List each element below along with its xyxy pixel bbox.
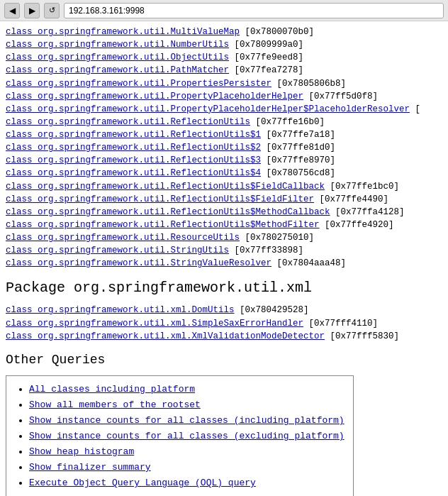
refresh-button[interactable]: ↺ — [44, 3, 60, 18]
xml-class-item: class org.springframework.util.xml.DomUt… — [6, 304, 442, 316]
util-class-item: class org.springframework.util.Reflectio… — [6, 193, 442, 206]
util-class-item: class org.springframework.util.Reflectio… — [6, 128, 442, 141]
query-list: All classes including platformShow all m… — [15, 382, 345, 492]
util-class-item: class org.springframework.util.PropertyP… — [6, 103, 442, 116]
util-class-link[interactable]: class org.springframework.util.PropertyP… — [6, 104, 410, 114]
util-class-item: class org.springframework.util.PathMatch… — [6, 64, 442, 77]
util-class-link[interactable]: class org.springframework.util.Reflectio… — [6, 194, 314, 204]
query-link[interactable]: Show finalizer summary — [29, 462, 151, 473]
query-link[interactable]: Show instance counts for all classes (in… — [29, 415, 345, 426]
browser-toolbar: ◀ ▶ ↺ — [0, 0, 448, 21]
util-class-item: class org.springframework.util.NumberUti… — [6, 38, 442, 51]
query-link[interactable]: Show all members of the rootset — [29, 399, 201, 410]
page-content: class org.springframework.util.MultiValu… — [0, 21, 448, 496]
list-item: Show all members of the rootset — [29, 397, 345, 413]
list-item: Show instance counts for all classes (in… — [29, 413, 345, 429]
back-button[interactable]: ◀ — [4, 3, 20, 18]
xml-class-link[interactable]: class org.springframework.util.xml.Simpl… — [6, 319, 303, 329]
util-class-link[interactable]: class org.springframework.util.MultiValu… — [6, 27, 240, 37]
util-class-link[interactable]: class org.springframework.util.Propertie… — [6, 79, 271, 89]
util-class-item: class org.springframework.util.Reflectio… — [6, 206, 442, 219]
query-link[interactable]: Execute Object Query Language (OQL) quer… — [29, 478, 256, 488]
list-item: Execute Object Query Language (OQL) quer… — [29, 475, 345, 491]
util-class-list: class org.springframework.util.MultiValu… — [6, 26, 442, 270]
list-item: All classes including platform — [29, 382, 345, 397]
forward-button[interactable]: ▶ — [24, 3, 40, 18]
util-class-item: class org.springframework.util.ResourceU… — [6, 231, 442, 244]
util-class-link[interactable]: class org.springframework.util.NumberUti… — [6, 40, 229, 50]
query-link[interactable]: Show heap histogram — [29, 446, 134, 457]
util-class-item: class org.springframework.util.Reflectio… — [6, 219, 442, 231]
util-class-item: class org.springframework.util.PropertyP… — [6, 90, 442, 103]
util-class-link[interactable]: class org.springframework.util.StringVal… — [6, 258, 271, 268]
util-class-link[interactable]: class org.springframework.util.PathMatch… — [6, 65, 229, 75]
xml-class-list: class org.springframework.util.xml.DomUt… — [6, 304, 442, 342]
util-class-link[interactable]: class org.springframework.util.Reflectio… — [6, 130, 261, 140]
address-bar[interactable] — [64, 3, 444, 18]
util-class-item: class org.springframework.util.ObjectUti… — [6, 51, 442, 64]
util-class-link[interactable]: class org.springframework.util.Reflectio… — [6, 182, 325, 192]
util-class-link[interactable]: class org.springframework.util.Reflectio… — [6, 143, 261, 153]
util-class-item: class org.springframework.util.Reflectio… — [6, 154, 442, 167]
util-class-item: class org.springframework.util.StringUti… — [6, 244, 442, 257]
util-class-item: class org.springframework.util.Reflectio… — [6, 116, 442, 128]
util-class-item: class org.springframework.util.Propertie… — [6, 77, 442, 90]
util-class-item: class org.springframework.util.StringVal… — [6, 257, 442, 270]
list-item: Show instance counts for all classes (ex… — [29, 429, 345, 444]
xml-class-item: class org.springframework.util.xml.XmlVa… — [6, 330, 442, 343]
util-class-item: class org.springframework.util.Reflectio… — [6, 141, 442, 154]
util-class-link[interactable]: class org.springframework.util.StringUti… — [6, 246, 229, 255]
util-class-item: class org.springframework.util.MultiValu… — [6, 26, 442, 38]
other-queries-heading: Other Queries — [6, 353, 442, 367]
xml-class-item: class org.springframework.util.xml.Simpl… — [6, 317, 442, 330]
util-class-item: class org.springframework.util.Reflectio… — [6, 167, 442, 180]
util-class-link[interactable]: class org.springframework.util.Reflectio… — [6, 168, 261, 178]
util-class-link[interactable]: class org.springframework.util.Reflectio… — [6, 155, 261, 165]
util-class-link[interactable]: class org.springframework.util.ResourceU… — [6, 233, 240, 243]
util-class-link[interactable]: class org.springframework.util.PropertyP… — [6, 92, 303, 101]
query-link[interactable]: Show instance counts for all classes (ex… — [29, 431, 345, 441]
util-class-link[interactable]: class org.springframework.util.Reflectio… — [6, 220, 320, 230]
package-xml-heading: Package org.springframework.util.xml — [6, 278, 442, 298]
xml-class-link[interactable]: class org.springframework.util.xml.XmlVa… — [6, 331, 325, 341]
util-class-link[interactable]: class org.springframework.util.Reflectio… — [6, 207, 330, 217]
util-class-item: class org.springframework.util.Reflectio… — [6, 180, 442, 193]
util-class-link[interactable]: class org.springframework.util.ObjectUti… — [6, 53, 229, 62]
xml-class-link[interactable]: class org.springframework.util.xml.DomUt… — [6, 305, 235, 315]
util-class-link[interactable]: class org.springframework.util.Reflectio… — [6, 117, 250, 127]
list-item: Show finalizer summary — [29, 460, 345, 475]
query-box: All classes including platformShow all m… — [6, 375, 354, 496]
list-item: Show heap histogram — [29, 444, 345, 460]
query-link[interactable]: All classes including platform — [29, 384, 195, 395]
